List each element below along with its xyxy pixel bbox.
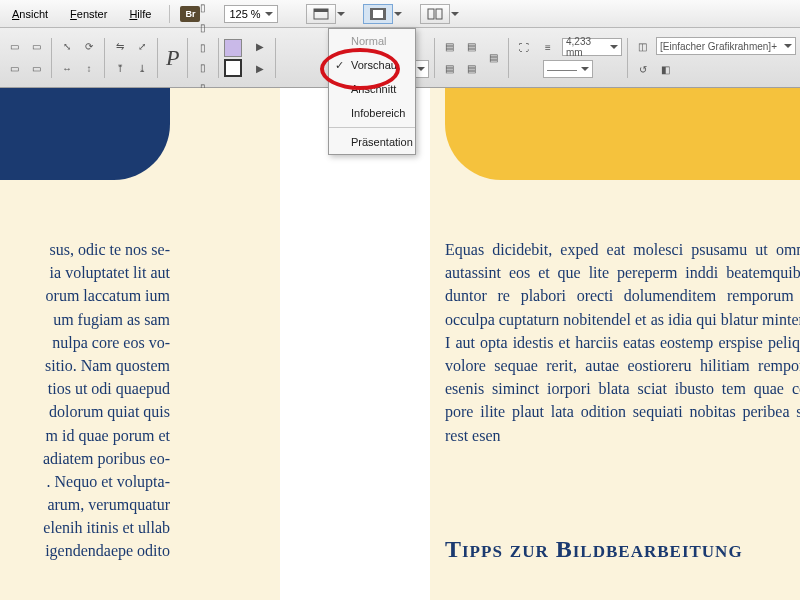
separator [169,5,170,23]
style-options-icon[interactable]: ◧ [656,59,676,79]
dropdown-item-infobereich[interactable]: Infobereich [329,101,415,125]
dropdown-item-praesentation[interactable]: Präsentation [329,130,415,154]
chevron-down-icon [451,12,459,16]
body-text-right: Equas dicidebit, exped eat molesci psusa… [445,238,800,447]
stroke-weight-field[interactable]: 4,233 mm [562,38,622,56]
stroke-swatch-icon[interactable] [224,59,242,77]
document-canvas: sus, odic te nos se- ia voluptatet lit a… [0,88,800,600]
check-icon: ✓ [335,59,344,72]
dropdown-item-normal[interactable]: Normal [329,29,415,53]
menu-ansicht[interactable]: AAnsichtnsicht [4,5,56,23]
formatting-container-icon[interactable]: ▶ [250,59,270,79]
text-wrap-controls[interactable]: ▤▤ ▤▤ [440,37,482,79]
dropdown-item-vorschau[interactable]: ✓ Vorschau [329,53,415,77]
menu-hilfe[interactable]: HilfeHilfe [121,5,159,23]
page-left[interactable]: sus, odic te nos se- ia voluptatet lit a… [0,88,280,600]
crop-icon[interactable]: ⛶ [514,37,534,57]
clear-overrides-icon[interactable]: ↺ [633,59,653,79]
menu-fenster[interactable]: FensterFenster [62,5,115,23]
decorative-shape-yellow [445,88,800,180]
character-mode-icon[interactable]: P [163,48,182,68]
fill-stroke-swatches[interactable] [224,39,242,77]
stroke-style-field[interactable]: ——— [543,60,593,78]
formatting-text-icon[interactable]: ▶ [250,37,270,57]
svg-rect-5 [436,9,442,19]
section-heading: Tipps zur Bildbearbeitung [445,536,743,563]
zoom-value: 125 % [229,8,260,20]
page-gutter [280,88,430,600]
chevron-down-icon [265,12,273,16]
arrange-documents-button[interactable] [420,4,459,24]
screen-mode-dropdown: Normal ✓ Vorschau Anschnitt Infobereich … [328,28,416,155]
chevron-down-icon [394,12,402,16]
menu-bar: AAnsichtnsicht FensterFenster HilfeHilfe… [0,0,800,28]
chevron-down-icon [337,12,345,16]
dropdown-item-anschnitt[interactable]: Anschnitt [329,77,415,101]
object-style-dropdown[interactable]: [Einfacher Grafikrahmen]+ [656,37,796,55]
svg-rect-3 [373,10,383,18]
stroke-type-icon[interactable]: ≡ [538,37,558,57]
transform-controls[interactable]: ⤡⟳ ↔↕ [57,37,99,79]
text-wrap-extra-icon[interactable]: ▤ [484,48,503,68]
body-text-left: sus, odic te nos se- ia voluptatet lit a… [0,238,170,563]
screen-mode-button[interactable] [363,4,402,24]
view-options-button[interactable] [306,4,345,24]
zoom-level-field[interactable]: 125 % [224,5,277,23]
decorative-shape-blue [0,88,170,180]
page-right[interactable]: Equas dicidebit, exped eat molesci psusa… [430,88,800,600]
fill-swatch-icon[interactable] [224,39,242,57]
svg-rect-4 [428,9,434,19]
svg-rect-1 [314,9,328,12]
object-style-icon: ◫ [633,36,653,56]
dropdown-divider [329,127,415,128]
flip-rotate-controls[interactable]: ⇋⤢ ⤒⤓ [110,37,152,79]
reference-point-proxy[interactable]: ▭▭ ▭▭ [4,37,46,79]
